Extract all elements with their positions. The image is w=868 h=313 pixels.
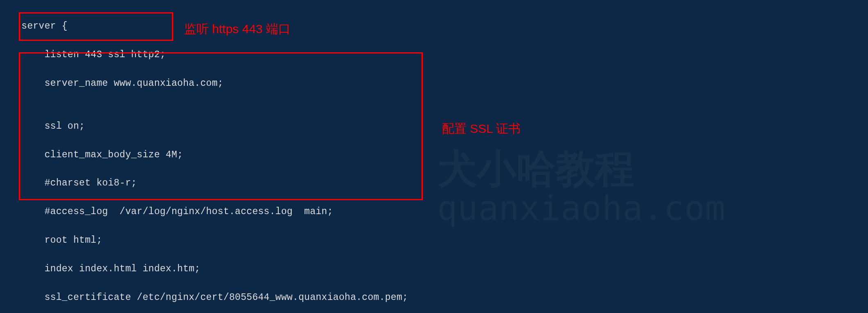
annotation-ssl-config: 配置 SSL 证书 — [442, 119, 521, 138]
code-line: ssl on; — [4, 119, 868, 134]
code-line: #charset koi8-r; — [4, 176, 868, 190]
code-line: listen 443 ssl http2; — [4, 48, 868, 62]
code-line: server_name www.quanxiaoha.com; — [4, 76, 868, 91]
code-line: ssl_certificate /etc/nginx/cert/8055644_… — [4, 291, 868, 305]
annotation-listen-port: 监听 https 443 端口 — [184, 20, 291, 38]
code-line: index index.html index.htm; — [4, 262, 868, 276]
code-line: client_max_body_size 4M; — [4, 148, 868, 162]
nginx-config-code: server { listen 443 ssl http2; server_na… — [0, 0, 868, 313]
code-line: #access_log /var/log/nginx/host.access.l… — [4, 205, 868, 219]
code-line: root html; — [4, 233, 868, 248]
code-line: server { — [4, 19, 868, 34]
